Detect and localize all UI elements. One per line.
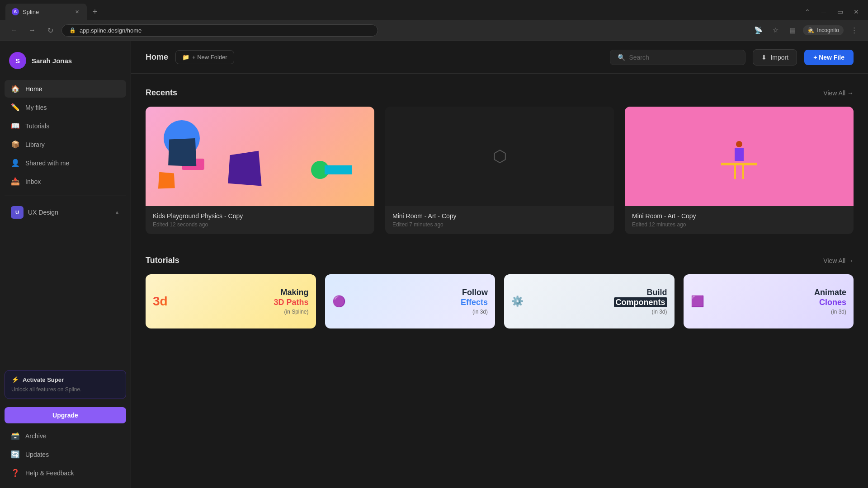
card-info-1: Kids Playground Physics - Copy Edited 12… [146,206,374,234]
tutorials-view-all-label: View All → [823,257,854,264]
tab-title: Spline [23,9,39,15]
tutorials-view-all-button[interactable]: View All → [823,257,854,264]
card-meta-3: Edited 12 minutes ago [632,221,846,228]
chevron-up-icon: ▲ [114,209,120,216]
toggle-icon: ⚙️ [511,296,524,307]
sidebar-toggle-icon[interactable]: ▤ [786,23,799,37]
page-title: Home [146,52,168,62]
recents-view-all-button[interactable]: View All → [823,89,854,97]
tutorial-subtitle-3: (in 3d) [614,309,667,315]
tutorial-title-1: Making 3D Paths [274,288,308,307]
activate-title: Activate Super [23,376,64,383]
sidebar-item-library[interactable]: 📦 Library [5,136,126,153]
close-button[interactable]: ✕ [850,5,863,18]
mini-room-thumbnail [625,107,854,206]
main-header: Home 📁 + New Folder 🔍 Search ⬇ Import + … [131,41,868,74]
card-name-3: Mini Room - Art - Copy [632,212,846,220]
new-tab-button[interactable]: + [89,5,101,18]
shared-icon: 👤 [11,159,20,167]
browser-actions: 📡 ☆ ▤ 🕵 Incognito ⋮ [751,23,861,37]
maximize-button[interactable]: ▭ [834,5,846,18]
active-tab[interactable]: S Spline ✕ [5,4,87,20]
forward-button[interactable]: → [25,23,39,37]
sidebar-item-archive[interactable]: 🗃️ Archive [5,427,126,445]
home-icon: 🏠 [11,84,20,93]
sidebar-item-shared-label: Shared with me [25,160,69,167]
browser-chrome: S Spline ✕ + ⌃ ─ ▭ ✕ ← → ↻ 🔒 app.spline.… [0,0,868,41]
playground-thumbnail [146,107,374,206]
sidebar-item-home[interactable]: 🏠 Home [5,80,126,98]
user-name: Sarah Jonas [32,57,72,65]
recents-view-all-label: View All → [823,89,854,97]
import-button[interactable]: ⬇ Import [753,49,797,66]
recents-cards-grid: Kids Playground Physics - Copy Edited 12… [146,107,854,234]
address-bar[interactable]: 🔒 app.spline.design/home [61,24,378,37]
tutorial-card-3[interactable]: ⚙️ Build Components (in 3d) [504,274,675,328]
card-info-2: Mini Room - Art - Copy Edited 7 minutes … [385,206,614,234]
sidebar-bottom-nav: 🗃️ Archive 🔄 Updates ❓ Help & Feedback [5,423,126,482]
tutorial-text-3: Build Components (in 3d) [614,288,667,314]
sidebar: S Sarah Jonas 🏠 Home ✏️ My files 📖 Tutor… [0,41,131,488]
tutorial-icon-1: 3d [153,294,168,309]
figure-leg-right [742,165,744,179]
refresh-button[interactable]: ↻ [43,23,57,37]
tutorials-grid: 3d Making 3D Paths (in Spline) 🟣 [146,274,854,328]
sidebar-navigation: 🏠 Home ✏️ My files 📖 Tutorials 📦 Library… [0,80,131,190]
card-meta-1: Edited 12 seconds ago [153,221,367,228]
project-card-2[interactable]: ⬡ Mini Room - Art - Copy Edited 7 minute… [385,107,614,234]
team-name: UX Design [28,209,58,216]
sidebar-bottom: ⚡ Activate Super Unlock all features on … [0,364,131,488]
cast-icon[interactable]: 📡 [751,23,765,37]
tutorial-card-4[interactable]: 🟪 Animate Clones (in 3d) [684,274,854,328]
new-file-button[interactable]: + New File [804,50,854,65]
sidebar-item-inbox[interactable]: 📥 Inbox [5,173,126,190]
upgrade-button[interactable]: Upgrade [5,407,126,423]
recents-title: Recents [146,88,177,98]
tutorial-icon-4: 🟪 [691,295,704,308]
menu-icon[interactable]: ⋮ [847,23,861,37]
help-icon: ❓ [11,469,20,477]
import-label: Import [770,54,788,61]
sidebar-item-myfiles[interactable]: ✏️ My files [5,99,126,116]
sidebar-divider [5,196,126,196]
sidebar-item-shared[interactable]: 👤 Shared with me [5,154,126,172]
sidebar-item-updates[interactable]: 🔄 Updates [5,446,126,463]
bookmark-icon[interactable]: ☆ [769,23,782,37]
sidebar-item-tutorials[interactable]: 📖 Tutorials [5,117,126,135]
minimize-button[interactable]: ─ [817,5,830,18]
tutorial-icon-3: ⚙️ [511,296,524,307]
team-info: U UX Design [11,206,58,219]
back-button[interactable]: ← [7,23,21,37]
new-folder-button[interactable]: 📁 + New Folder [175,50,234,64]
project-card-1[interactable]: Kids Playground Physics - Copy Edited 12… [146,107,374,234]
tutorial-text-1: Making 3D Paths (in Spline) [274,288,308,314]
address-bar-row: ← → ↻ 🔒 app.spline.design/home 📡 ☆ ▤ 🕵 I… [0,20,868,41]
small-cube [158,172,175,189]
tutorial-title-2: Follow Effects [461,288,488,307]
figure-body [735,148,744,161]
card-thumbnail-1 [146,107,374,206]
tab-close-button[interactable]: ✕ [73,8,80,15]
incognito-badge[interactable]: 🕵 Incognito [803,25,844,35]
card-thumbnail-2: ⬡ [385,107,614,206]
new-file-label: + New File [813,54,844,61]
dark-cube [168,138,196,166]
folder-plus-icon: 📁 [182,54,189,61]
search-bar[interactable]: 🔍 Search [610,50,745,65]
app-container: S Sarah Jonas 🏠 Home ✏️ My files 📖 Tutor… [0,41,868,488]
tutorial-subtitle-4: (in 3d) [814,309,846,315]
card-info-3: Mini Room - Art - Copy Edited 12 minutes… [625,206,854,234]
project-card-3[interactable]: Mini Room - Art - Copy Edited 12 minutes… [625,107,854,234]
url-text: app.spline.design/home [80,27,142,34]
cube-icon: ⬡ [493,147,507,166]
tutorial-card-1[interactable]: 3d Making 3D Paths (in Spline) [146,274,316,328]
team-header[interactable]: U UX Design ▲ [5,202,126,223]
search-icon: 🔍 [618,54,625,61]
mini-room-figure [721,141,757,179]
card-meta-2: Edited 7 minutes ago [392,221,607,228]
window-controls: ⌃ ─ ▭ ✕ [801,5,863,18]
tutorial-card-2[interactable]: 🟣 Follow Effects (in 3d) [325,274,495,328]
sidebar-item-help[interactable]: ❓ Help & Feedback [5,464,126,482]
tutorials-section-header: Tutorials View All → [146,256,854,265]
minimize-chevron-icon[interactable]: ⌃ [801,5,814,18]
